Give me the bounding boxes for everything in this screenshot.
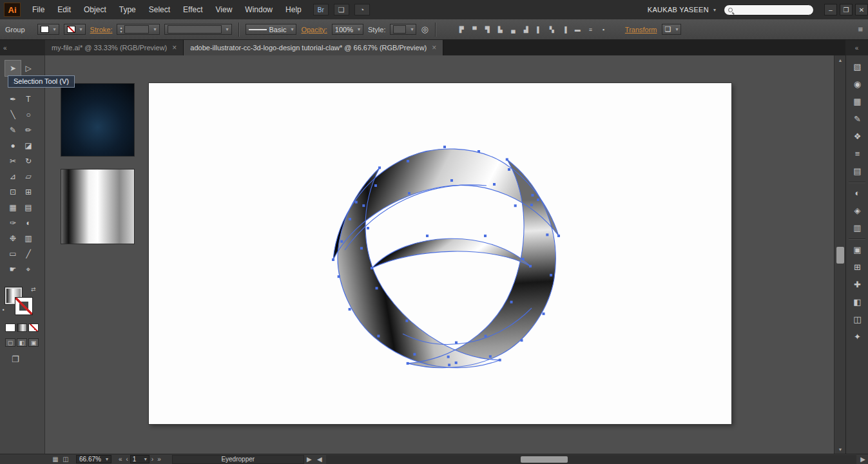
hand-tool[interactable]: ☛ — [5, 262, 21, 277]
panel-swatches-icon[interactable]: ▦ — [846, 93, 868, 110]
align-vertical-top-icon[interactable]: ▙ — [495, 24, 506, 35]
blend-tool[interactable]: ◐ — [21, 215, 36, 231]
free-transform-tool[interactable]: ⊡ — [5, 184, 21, 200]
recolor-artwork-icon[interactable]: ◎ — [421, 24, 428, 34]
workspace-switcher-icon[interactable]: ◔ — [354, 4, 370, 15]
menu-edit[interactable]: Edit — [51, 0, 77, 19]
distribute-horizontal-center-icon[interactable]: ≡ — [585, 24, 596, 35]
user-account-name[interactable]: KAUKAB YASEEN — [648, 6, 709, 14]
panel-layers-icon[interactable]: ▣ — [846, 241, 868, 258]
bridge-icon[interactable]: Br — [313, 4, 329, 15]
illustrator-logo[interactable]: Ai — [4, 3, 21, 17]
line-segment-tool[interactable]: ╲ — [5, 107, 21, 122]
horizontal-scroll-thumb[interactable] — [521, 456, 568, 463]
distribute-vertical-top-icon[interactable]: ▌ — [534, 24, 545, 35]
paintbrush-tool[interactable]: ✎ — [5, 122, 21, 138]
panel-stroke-icon[interactable]: ≡ — [846, 145, 868, 162]
menu-effect[interactable]: Effect — [177, 0, 209, 19]
align-horizontal-left-icon[interactable]: ▛ — [456, 24, 467, 35]
brush-definition-dropdown[interactable]: Basic ▾ — [246, 24, 297, 35]
artboard[interactable] — [149, 83, 731, 424]
minimize-button[interactable]: – — [824, 4, 837, 15]
ellipse-tool[interactable]: ○ — [21, 107, 36, 122]
column-graph-tool[interactable]: ▥ — [21, 231, 36, 246]
default-fill-stroke-icon[interactable]: ▪ — [3, 307, 5, 313]
status-columns-icon[interactable]: ▦ — [50, 456, 61, 463]
restore-button[interactable]: ❐ — [840, 4, 853, 15]
scale-tool[interactable]: ⊿ — [5, 169, 21, 184]
fullscreen-menu-mode-button[interactable]: ◧ — [17, 338, 27, 347]
control-panel-menu-icon[interactable]: ≡ — [858, 24, 863, 34]
scroll-down-icon[interactable]: ▼ — [834, 445, 846, 454]
panel-gradient-icon[interactable]: ▤ — [846, 162, 868, 180]
vertical-scrollbar[interactable]: ▲ ▼ — [834, 55, 845, 454]
status-export-icon[interactable]: ◫ — [61, 456, 71, 463]
menu-file[interactable]: File — [26, 0, 51, 19]
logo-artwork[interactable] — [325, 140, 570, 380]
eyedropper-tool[interactable]: ✑ — [5, 215, 21, 231]
slice-tool[interactable]: ╱ — [21, 246, 36, 262]
search-input[interactable] — [724, 5, 814, 15]
stroke-color-dropdown[interactable]: ▾ — [64, 24, 86, 35]
artboard-navigation-dropdown[interactable]: 1 ▾ — [130, 455, 149, 463]
panel-color-guide-icon[interactable]: ◉ — [846, 75, 868, 93]
document-tab[interactable]: my-file.ai* @ 33.33% (RGB/Preview)× — [45, 40, 184, 55]
zoom-level-dropdown[interactable]: 66.67% ▾ — [76, 455, 111, 463]
close-button[interactable]: ✕ — [855, 4, 868, 15]
document-tab[interactable]: adobe-illustrator-cc-3d-logo-design tuto… — [184, 40, 443, 55]
width-profile-dropdown[interactable]: ▾ — [164, 24, 232, 35]
vertical-scroll-thumb[interactable] — [836, 247, 844, 264]
stroke-link[interactable]: Stroke: — [90, 26, 113, 34]
pencil-tool[interactable]: ✏ — [21, 122, 36, 138]
blob-brush-tool[interactable]: ● — [5, 138, 21, 153]
menu-view[interactable]: View — [209, 0, 239, 19]
gradient-button[interactable] — [17, 324, 27, 332]
last-artboard-button[interactable]: » — [155, 456, 163, 463]
scroll-left-icon[interactable]: ◀ — [314, 456, 325, 463]
status-flyout-icon[interactable]: ▶ — [304, 456, 314, 463]
none-button[interactable] — [28, 324, 39, 332]
swap-fill-stroke-icon[interactable]: ⇄ — [31, 286, 36, 293]
pasteboard-silver-gradient-object[interactable] — [61, 169, 134, 244]
distribute-vertical-center-icon[interactable]: ▚ — [546, 24, 557, 35]
type-tool[interactable]: T — [21, 92, 36, 107]
distribute-horizontal-right-icon[interactable]: ▪ — [598, 24, 609, 35]
menu-help[interactable]: Help — [279, 0, 308, 19]
mesh-tool[interactable]: ▦ — [5, 200, 21, 215]
canvas-area[interactable] — [45, 55, 834, 454]
symbol-sprayer-tool[interactable]: ❉ — [5, 231, 21, 246]
panel-align-icon[interactable]: ✚ — [846, 276, 868, 293]
align-vertical-bottom-icon[interactable]: ▟ — [521, 24, 532, 35]
horizontal-scrollbar[interactable] — [326, 455, 856, 464]
perspective-grid-tool[interactable]: ⊞ — [21, 184, 36, 200]
dock-expand-icon[interactable]: « — [855, 44, 859, 52]
transform-link[interactable]: Transform — [625, 26, 657, 34]
rotate-tool[interactable]: ↻ — [21, 153, 36, 169]
graphic-style-dropdown[interactable]: ▾ — [390, 24, 416, 35]
panel-artboards-icon[interactable]: ⊞ — [846, 258, 868, 276]
first-artboard-button[interactable]: « — [117, 456, 124, 463]
scroll-up-icon[interactable]: ▲ — [834, 55, 846, 64]
stroke-color-swatch[interactable] — [15, 298, 32, 314]
arrange-documents-icon[interactable]: ❏ — [334, 4, 349, 15]
menu-window[interactable]: Window — [238, 0, 279, 19]
align-vertical-middle-icon[interactable]: ▄ — [508, 24, 519, 35]
stroke-weight-field[interactable] — [124, 25, 149, 34]
panel-color-icon[interactable]: ▧ — [846, 58, 868, 75]
stroke-spinner-icon[interactable]: ▴▾ — [120, 26, 122, 34]
panel-graphic-styles-icon[interactable]: ▥ — [846, 219, 868, 237]
eraser-tool[interactable]: ◪ — [21, 138, 36, 153]
toolbar-collapse-icon[interactable]: « — [3, 44, 7, 52]
next-artboard-button[interactable]: › — [149, 456, 155, 463]
tab-close-icon[interactable]: × — [432, 43, 436, 52]
panel-symbols-icon[interactable]: ❖ — [846, 128, 868, 145]
distribute-vertical-bottom-icon[interactable]: ▐ — [559, 24, 570, 35]
zoom-tool[interactable]: ⌖ — [21, 262, 36, 277]
pen-tool[interactable]: ✒ — [5, 92, 21, 107]
panel-brushes-icon[interactable]: ✎ — [846, 110, 868, 128]
menu-object[interactable]: Object — [77, 0, 113, 19]
menu-select[interactable]: Select — [142, 0, 177, 19]
panel-info-icon[interactable]: ✦ — [846, 328, 868, 345]
scissors-tool[interactable]: ✂ — [5, 153, 21, 169]
width-tool[interactable]: ▱ — [21, 169, 36, 184]
